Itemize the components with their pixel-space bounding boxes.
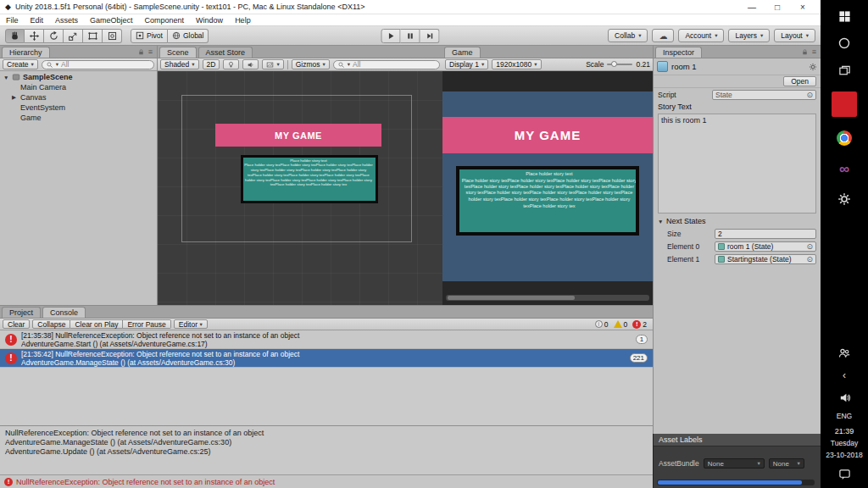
object-picker-icon[interactable]: ⊙ bbox=[806, 91, 813, 99]
assetbundle-variant-dropdown[interactable]: None ▾ bbox=[769, 458, 804, 469]
error-pause-button[interactable]: Error Pause bbox=[123, 319, 170, 329]
hierarchy-search-input[interactable]: ▾ All bbox=[42, 60, 154, 69]
pause-button[interactable] bbox=[401, 29, 420, 43]
foldout-icon[interactable]: ▼ bbox=[3, 75, 9, 80]
log-entry-selected[interactable]: ! [21:35:42] NullReferenceException: Obj… bbox=[0, 349, 653, 368]
start-button[interactable] bbox=[827, 5, 861, 27]
editor-dropdown[interactable]: Editor ▾ bbox=[174, 319, 208, 329]
volume-button[interactable] bbox=[827, 386, 861, 408]
tab-console[interactable]: Console bbox=[42, 307, 86, 318]
scrollbar-thumb[interactable] bbox=[448, 296, 575, 300]
expander-icon[interactable]: ▶ bbox=[12, 94, 18, 101]
console-detail[interactable]: NullReferenceException: Object reference… bbox=[0, 425, 653, 475]
task-view-button[interactable] bbox=[827, 59, 861, 81]
panel-menu-icon[interactable]: ≡ bbox=[148, 47, 153, 56]
tab-hierarchy[interactable]: Hierarchy bbox=[2, 47, 50, 58]
collab-dropdown[interactable]: Collab▾ bbox=[608, 29, 648, 42]
step-button[interactable] bbox=[420, 29, 440, 43]
scale-tool-button[interactable] bbox=[64, 29, 83, 43]
asset-labels-header[interactable]: Asset Labels bbox=[654, 434, 821, 446]
scene-game-title-banner[interactable]: MY GAME bbox=[215, 124, 381, 147]
clock-day[interactable]: Tuesday bbox=[831, 439, 858, 447]
hierarchy-item-main-camera[interactable]: Main Camera bbox=[0, 82, 157, 92]
object-picker-icon[interactable]: ⊙ bbox=[806, 242, 813, 251]
taskbar-app-red[interactable] bbox=[827, 93, 861, 115]
pivot-toggle[interactable]: Pivot bbox=[131, 29, 168, 43]
object-picker-icon[interactable]: ⊙ bbox=[806, 255, 813, 263]
hidden-icons-button[interactable]: ‹ bbox=[827, 364, 861, 386]
lock-icon[interactable] bbox=[137, 48, 145, 56]
clock-date[interactable]: 23-10-2018 bbox=[826, 451, 862, 459]
create-dropdown[interactable]: Create▾ bbox=[3, 59, 38, 69]
menu-assets[interactable]: Assets bbox=[55, 16, 78, 25]
rotate-tool-button[interactable] bbox=[44, 29, 64, 43]
taskbar-app-chrome[interactable] bbox=[827, 127, 861, 149]
rect-tool-button[interactable] bbox=[83, 29, 103, 43]
close-button[interactable]: × bbox=[790, 0, 815, 14]
tab-game[interactable]: Game bbox=[444, 47, 481, 58]
game-viewport[interactable]: MY GAME Place holder story text Place ho… bbox=[442, 71, 653, 305]
scale-slider-thumb[interactable] bbox=[611, 61, 617, 67]
transform-tool-button[interactable] bbox=[103, 29, 122, 43]
hierarchy-scene-row[interactable]: ▼ SampleScene bbox=[0, 72, 157, 82]
gear-icon[interactable] bbox=[809, 63, 817, 71]
language-indicator[interactable]: ENG bbox=[837, 412, 852, 420]
menu-window[interactable]: Window bbox=[196, 16, 223, 25]
menu-component[interactable]: Component bbox=[145, 16, 185, 25]
status-bar[interactable]: ! NullReferenceException: Object referen… bbox=[0, 474, 653, 488]
menu-gameobject[interactable]: GameObject bbox=[90, 16, 133, 25]
menu-help[interactable]: Help bbox=[235, 16, 251, 25]
2d-toggle[interactable]: 2D bbox=[203, 59, 220, 69]
open-button[interactable]: Open bbox=[783, 76, 816, 86]
assetbundle-dropdown[interactable]: None ▾ bbox=[704, 458, 765, 469]
layers-dropdown[interactable]: Layers▾ bbox=[728, 29, 770, 42]
warning-count-toggle[interactable]: 0 bbox=[614, 320, 628, 329]
error-count-toggle[interactable]: ! 2 bbox=[632, 320, 647, 329]
global-toggle[interactable]: Global bbox=[168, 29, 209, 43]
play-button[interactable] bbox=[381, 29, 401, 43]
script-field[interactable]: State ⊙ bbox=[712, 90, 816, 100]
people-button[interactable] bbox=[827, 342, 861, 364]
taskbar-app-visual-studio[interactable]: ∞ bbox=[827, 158, 861, 180]
element-0-field[interactable]: room 1 (State) ⊙ bbox=[715, 241, 816, 252]
cloud-button[interactable]: ☁ bbox=[652, 29, 674, 42]
shaded-dropdown[interactable]: Shaded▾ bbox=[160, 59, 199, 69]
maximize-button[interactable]: □ bbox=[765, 0, 790, 14]
resolution-dropdown[interactable]: 1920x1080▾ bbox=[492, 59, 541, 69]
scene-viewport[interactable]: MY GAME Place holder story text Place ho… bbox=[158, 71, 442, 305]
hierarchy-item-canvas[interactable]: ▶ Canvas bbox=[0, 92, 157, 103]
hierarchy-item-game[interactable]: Game bbox=[0, 113, 157, 123]
lighting-toggle[interactable] bbox=[223, 59, 239, 69]
scrollbar-thumb[interactable] bbox=[658, 480, 802, 485]
info-count-toggle[interactable]: i 0 bbox=[595, 320, 609, 329]
log-entry[interactable]: ! [21:35:38] NullReferenceException: Obj… bbox=[0, 330, 653, 349]
asset-labels-scrollbar[interactable] bbox=[657, 480, 815, 485]
lock-icon[interactable] bbox=[801, 48, 809, 56]
clear-button[interactable]: Clear bbox=[3, 319, 30, 329]
tab-asset-store[interactable]: Asset Store bbox=[198, 47, 253, 58]
action-center-button[interactable] bbox=[827, 463, 861, 485]
scene-story-box[interactable]: Place holder story text Place holder sto… bbox=[241, 155, 378, 203]
clock-time[interactable]: 21:39 bbox=[835, 427, 854, 435]
collapse-button[interactable]: Collapse bbox=[32, 319, 70, 329]
gizmos-dropdown[interactable]: Gizmos▾ bbox=[292, 59, 330, 69]
audio-toggle[interactable] bbox=[242, 59, 259, 69]
account-dropdown[interactable]: Account▾ bbox=[678, 29, 724, 42]
menu-file[interactable]: File bbox=[6, 16, 19, 25]
foldout-icon[interactable]: ▼ bbox=[658, 219, 664, 225]
tab-project[interactable]: Project bbox=[2, 307, 41, 318]
effects-dropdown[interactable]: ▾ bbox=[262, 59, 283, 69]
taskbar-app-settings[interactable] bbox=[827, 188, 861, 210]
minimize-button[interactable]: — bbox=[739, 0, 765, 14]
cortana-button[interactable] bbox=[827, 32, 861, 54]
clear-on-play-button[interactable]: Clear on Play bbox=[70, 319, 123, 329]
menu-edit[interactable]: Edit bbox=[31, 16, 44, 25]
size-field[interactable]: 2 bbox=[715, 229, 816, 239]
element-1-field[interactable]: Startingstate (State) ⊙ bbox=[715, 254, 816, 264]
hierarchy-item-eventsystem[interactable]: EventSystem bbox=[0, 103, 157, 113]
scale-slider[interactable] bbox=[607, 64, 632, 65]
panel-menu-icon[interactable]: ≡ bbox=[812, 47, 816, 56]
game-horizontal-scrollbar[interactable] bbox=[446, 295, 649, 301]
scene-search-input[interactable]: ▾ All bbox=[333, 60, 440, 69]
display-dropdown[interactable]: Display 1▾ bbox=[445, 59, 488, 69]
